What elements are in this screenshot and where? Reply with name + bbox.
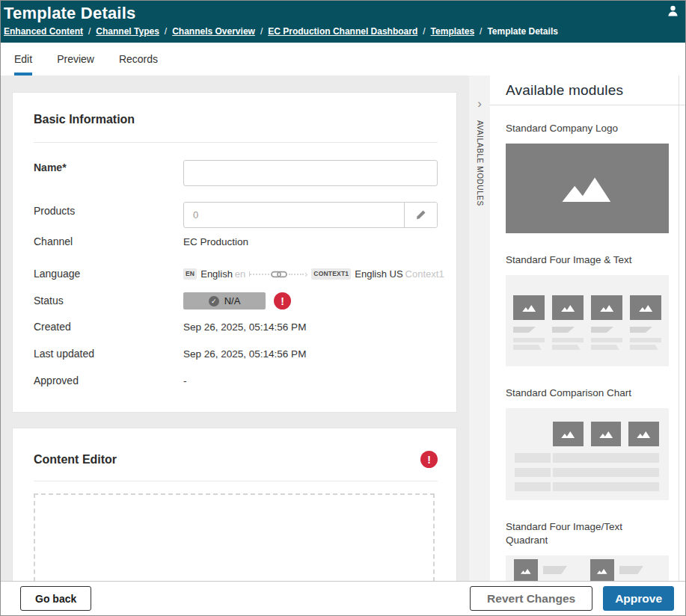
name-label: Name* [34,162,183,173]
pencil-icon [415,209,426,221]
breadcrumb-templates[interactable]: Templates [431,26,474,37]
collapse-chevron-icon: › [477,98,482,110]
breadcrumb-enhanced-content[interactable]: Enhanced Content [4,26,83,37]
name-input[interactable] [183,160,438,186]
template-details-page: Template Details Enhanced Content / Chan… [0,0,686,616]
link-icon [271,270,287,279]
breadcrumb-ec-production-channel-dashboard[interactable]: EC Production Channel Dashboard [268,26,417,37]
footer-bar: Go back Revert Changes Approve [1,581,685,615]
available-modules-title: Available modules [506,82,623,99]
channel-value: EC Production [183,236,248,247]
created-label: Created [34,321,183,333]
divider [34,481,438,481]
modules-list: Standard Company Logo Standard Four Imag… [490,105,685,581]
page-body: Basic Information Name* Products [1,76,685,581]
created-row: Created Sep 26, 2025, 05:14:56 PM [34,321,438,333]
module-standard-company-logo[interactable]: Standard Company Logo [506,122,685,233]
basic-information-title: Basic Information [34,112,438,127]
module-label: Standard Comparison Chart [506,386,659,400]
tab-records[interactable]: Records [119,43,158,76]
edit-products-button[interactable] [404,203,437,227]
module-thumbnail [506,555,669,581]
language-label: Language [34,268,183,280]
name-row: Name* [34,160,438,186]
module-standard-four-image-text-quadrant[interactable]: Standard Four Image/Text Quadrant [506,520,685,581]
content-editor-card: Content Editor ! [12,428,457,581]
status-error-icon: ! [274,292,291,309]
available-modules-panel: Available modules Standard Company Logo … [490,76,685,581]
language-code-badge: EN [183,268,197,280]
revert-changes-button[interactable]: Revert Changes [470,586,592,611]
module-label: Standard Company Logo [506,122,659,135]
module-standard-comparison-chart[interactable]: Standard Comparison Chart [506,386,685,500]
content-editor-title: Content Editor [34,452,117,467]
main-content: Basic Information Name* Products [1,76,469,581]
breadcrumb-current: Template Details [487,26,557,37]
language-target-locale: Context1 [405,268,444,280]
app-header: Template Details Enhanced Content / Chan… [1,1,685,43]
language-link-connector: › [249,270,307,279]
breadcrumb: Enhanced Content / Channel Types / Chann… [4,26,678,37]
approved-row: Approved - [34,375,438,386]
breadcrumb-separator: / [165,26,167,37]
products-input[interactable] [184,203,404,227]
context-badge: CONTEXT1 [311,268,351,280]
module-label: Standard Four Image/Text Quadrant [506,520,659,547]
content-editor-error-icon: ! [420,451,438,468]
arrow-icon: › [304,271,307,278]
breadcrumb-separator: / [260,26,263,37]
last-updated-value: Sep 26, 2025, 05:14:56 PM [183,348,306,360]
module-label: Standard Four Image & Text [506,253,659,267]
channel-row: Channel EC Production [34,236,438,247]
language-value: EN English en › CONTEXT1 English US Cont [183,268,444,280]
created-value: Sep 26, 2025, 05:14:56 PM [183,321,306,333]
products-row: Products [34,202,438,228]
basic-information-card: Basic Information Name* Products [12,92,457,413]
language-row: Language EN English en › CONTEXT1 [34,268,438,280]
approve-button[interactable]: Approve [603,586,674,611]
check-icon: ✓ [209,296,219,307]
image-placeholder-icon [559,175,616,202]
language-source-name: English [200,268,233,280]
status-label: Status [34,295,183,307]
module-thumbnail [506,144,669,233]
breadcrumb-separator: / [480,26,482,37]
language-source-locale: en [235,268,245,280]
breadcrumb-channels-overview[interactable]: Channels Overview [172,26,255,37]
modules-collapse-strip[interactable]: › AVAILABLE MODULES [469,76,490,581]
module-standard-four-image-text[interactable]: Standard Four Image & Text [506,253,685,366]
status-value: N/A [224,295,241,307]
breadcrumb-channel-types[interactable]: Channel Types [96,26,159,37]
collapse-strip-label: AVAILABLE MODULES [476,120,484,206]
approved-value: - [183,375,187,386]
tab-edit[interactable]: Edit [14,43,32,76]
last-updated-row: Last updated Sep 26, 2025, 05:14:56 PM [34,348,438,360]
language-target-name: English US [355,268,402,280]
tab-bar: Edit Preview Records [1,43,685,76]
breadcrumb-separator: / [423,26,425,37]
module-thumbnail [506,408,669,500]
products-label: Products [34,206,183,217]
status-row: Status ✓ N/A ! [34,292,438,309]
content-editor-dropzone[interactable] [34,493,435,581]
user-icon[interactable] [667,4,679,17]
last-updated-label: Last updated [34,348,183,360]
breadcrumb-separator: / [88,26,91,37]
divider [34,142,438,143]
products-input-group [183,202,438,228]
approved-label: Approved [34,375,183,386]
page-title: Template Details [4,3,678,24]
go-back-button[interactable]: Go back [20,586,91,611]
tab-preview[interactable]: Preview [57,43,94,76]
channel-label: Channel [34,236,183,247]
status-badge: ✓ N/A [183,292,266,309]
module-thumbnail [506,275,669,366]
